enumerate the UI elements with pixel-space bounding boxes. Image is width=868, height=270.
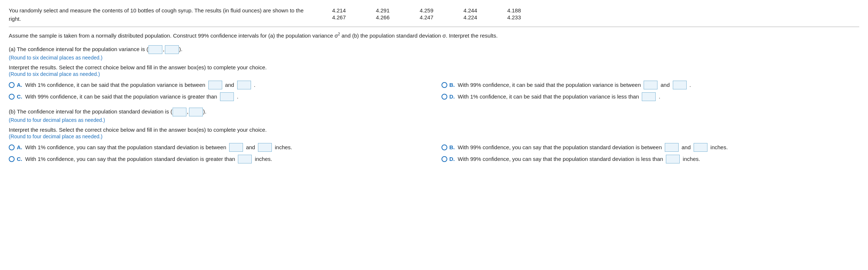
part-b-option-a-unit: inches. — [275, 143, 292, 152]
part-b-option-d-radio[interactable] — [441, 156, 447, 162]
option-b-radio[interactable] — [441, 82, 447, 88]
option-c-input1[interactable] — [220, 92, 234, 101]
data-r1c5: 4.188 — [498, 7, 531, 14]
data-r1c1: 4.214 — [323, 7, 355, 14]
data-r1c4: 4.244 — [454, 7, 487, 14]
part-b-option-c-radio[interactable] — [9, 156, 15, 162]
section-divider — [9, 27, 859, 27]
data-r2c1: 4.267 — [323, 14, 355, 20]
option-b-row: B. With 99% confidence, it can be said t… — [441, 81, 860, 89]
part-a-interpret-hint: (Round to six decimal place as needed.) — [9, 71, 859, 77]
part-b-interpret-label: Interpret the results. Select the correc… — [9, 127, 859, 133]
option-b-input2[interactable] — [673, 81, 687, 89]
part-b-input2[interactable] — [189, 108, 203, 116]
option-c-text-before: With 99% confidence, it can be said that… — [25, 92, 217, 101]
option-a-input1[interactable] — [208, 81, 222, 89]
part-b-option-a-text-before: With 1% confidence, you can say that the… — [25, 143, 226, 152]
part-b-option-a-row: A. With 1% confidence, you can say that … — [9, 143, 427, 152]
option-c-radio[interactable] — [9, 94, 15, 100]
part-b-option-b-and: and — [682, 143, 691, 152]
part-b-option-d-input1[interactable] — [666, 155, 680, 163]
option-a-radio[interactable] — [9, 82, 15, 88]
part-a-input2[interactable] — [165, 45, 179, 54]
option-a-input2[interactable] — [237, 81, 251, 89]
option-d-text-after: . — [659, 92, 660, 101]
data-table: 4.214 4.291 4.259 4.244 4.188 4.267 4.26… — [323, 7, 859, 20]
part-b-option-b-text-before: With 99% confidence, you can say that th… — [458, 143, 662, 152]
part-a-input1[interactable] — [148, 45, 162, 54]
data-r2c5: 4.233 — [498, 14, 531, 20]
part-b-option-d-row: D. With 99% confidence, you can say that… — [441, 155, 860, 163]
part-b-label: (b) The confidence interval for the popu… — [9, 108, 859, 116]
option-c-text-after: . — [237, 92, 238, 101]
part-b-option-d-text-before: With 99% confidence, you can say that th… — [458, 155, 663, 163]
option-a-text-after: . — [254, 81, 255, 89]
part-a-options: A. With 1% confidence, it can be said th… — [9, 81, 859, 101]
option-d-text-before: With 1% confidence, it can be said that … — [458, 92, 639, 101]
data-r2c2: 4.266 — [366, 14, 399, 20]
assume-text: Assume the sample is taken from a normal… — [9, 31, 859, 40]
part-b-interpret-hint: (Round to four decimal place as needed.) — [9, 134, 859, 139]
option-a-row: A. With 1% confidence, it can be said th… — [9, 81, 427, 89]
part-b-option-b-radio[interactable] — [441, 144, 447, 150]
data-r2c3: 4.247 — [410, 14, 443, 20]
option-c-row: C. With 99% confidence, it can be said t… — [9, 92, 427, 101]
data-r1c3: 4.259 — [410, 7, 443, 14]
part-b-option-c-text-before: With 1% confidence, you can say that the… — [25, 155, 235, 163]
option-a-text-before: With 1% confidence, it can be said that … — [25, 81, 205, 89]
part-b-hint: (Round to four decimal places as needed.… — [9, 117, 859, 123]
part-b-option-c-input1[interactable] — [238, 155, 252, 163]
part-b-option-b-row: B. With 99% confidence, you can say that… — [441, 143, 860, 152]
top-section: You randomly select and measure the cont… — [9, 7, 859, 23]
part-b-options: A. With 1% confidence, you can say that … — [9, 143, 859, 163]
part-b-option-b-input1[interactable] — [665, 143, 679, 152]
part-a-interpret-label: Interpret the results. Select the correc… — [9, 64, 859, 70]
part-a: (a) The confidence interval for the popu… — [9, 45, 859, 101]
data-r2c4: 4.224 — [454, 14, 487, 20]
option-d-row: D. With 1% confidence, it can be said th… — [441, 92, 860, 101]
option-b-text-before: With 99% confidence, it can be said that… — [458, 81, 641, 89]
part-b-option-a-input2[interactable] — [258, 143, 272, 152]
part-b-option-a-and: and — [246, 143, 255, 152]
option-a-and: and — [225, 81, 234, 89]
part-b-option-b-input2[interactable] — [694, 143, 707, 152]
part-b-option-a-radio[interactable] — [9, 144, 15, 150]
data-r1c2: 4.291 — [366, 7, 399, 14]
part-a-label: (a) The confidence interval for the popu… — [9, 45, 859, 54]
option-d-input1[interactable] — [642, 92, 656, 101]
option-b-and: and — [660, 81, 670, 89]
part-b-option-a-input1[interactable] — [229, 143, 243, 152]
problem-text: You randomly select and measure the cont… — [9, 7, 304, 22]
option-d-radio[interactable] — [441, 94, 447, 100]
option-b-text-after: . — [690, 81, 691, 89]
part-b-option-b-unit: inches. — [710, 143, 728, 152]
part-b-option-c-unit: inches. — [255, 155, 272, 163]
part-b-input1[interactable] — [173, 108, 186, 116]
part-b-option-d-unit: inches. — [683, 155, 700, 163]
part-b: (b) The confidence interval for the popu… — [9, 108, 859, 163]
part-b-option-c-row: C. With 1% confidence, you can say that … — [9, 155, 427, 163]
problem-statement: You randomly select and measure the cont… — [9, 7, 323, 23]
option-b-input1[interactable] — [644, 81, 657, 89]
part-a-hint: (Round to six decimal places as needed.) — [9, 55, 859, 61]
